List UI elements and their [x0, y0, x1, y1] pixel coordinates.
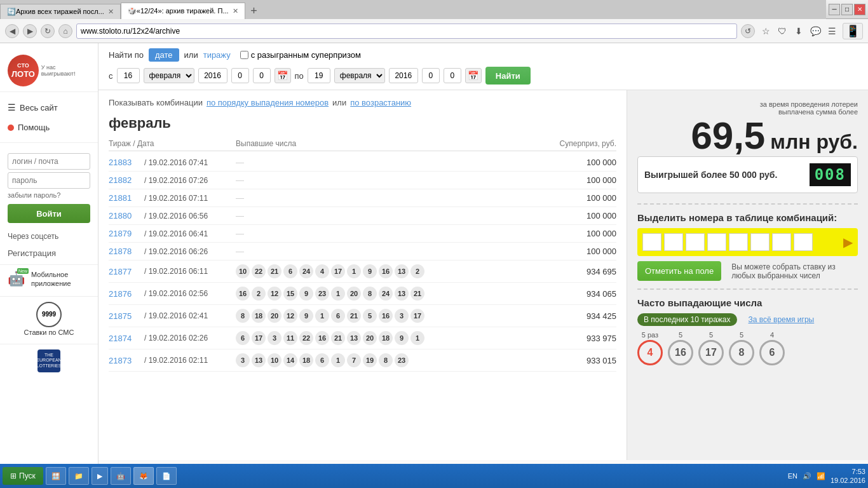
draw-id-link[interactable]: 21880 [109, 211, 140, 220]
tab-1[interactable]: 🔄 Архив всех тиражей посл... ✕ [0, 4, 121, 19]
frequent-title: Часто выпадающие числа [637, 297, 858, 308]
tab-2[interactable]: 🎲 «12/24»: архив тиражей. П... ✕ [121, 3, 245, 19]
draw-id-link[interactable]: 21874 [109, 334, 140, 343]
draw-id-link[interactable]: 21876 [109, 289, 140, 299]
forward-button[interactable]: ▶ [23, 24, 37, 38]
draw-no-numbers: — [236, 229, 244, 238]
mark-button[interactable]: Отметить на поле [637, 261, 721, 281]
draw-id-link[interactable]: 21875 [109, 311, 140, 321]
tab-1-close[interactable]: ✕ [108, 8, 114, 16]
from-year-input[interactable] [198, 68, 227, 83]
freq-num-item: 516 [668, 331, 693, 367]
minimize-button[interactable]: ─ [829, 4, 840, 15]
draw-id-link[interactable]: 21878 [109, 247, 140, 256]
ball: 9 [395, 331, 409, 345]
or-text-1: или [184, 50, 198, 60]
draw-link[interactable]: тиражу [203, 50, 235, 60]
highlight-arrow-icon[interactable]: ▶ [843, 234, 853, 250]
ball: 20 [268, 309, 281, 323]
login-form: забыли пароль? Войти [0, 148, 98, 228]
draw-id-link[interactable]: 21881 [109, 193, 140, 203]
to-month-select[interactable]: февраляянварямарта [334, 68, 385, 83]
highlight-input-2[interactable] [664, 233, 683, 251]
ball: 18 [252, 309, 266, 323]
address-input[interactable] [76, 24, 737, 39]
highlight-input-8[interactable] [794, 233, 813, 251]
logo-circle: СТО ЛОТО [8, 55, 39, 86]
ball: 2 [252, 287, 266, 301]
highlight-input-1[interactable] [642, 233, 661, 251]
from-day-input[interactable] [117, 68, 140, 83]
home-button[interactable]: ⌂ [58, 24, 72, 38]
new-tab-button[interactable]: + [245, 4, 263, 19]
draw-id-link[interactable]: 21883 [109, 158, 140, 167]
maximize-button[interactable]: □ [841, 4, 853, 15]
ball: 10 [236, 264, 250, 278]
password-input[interactable] [8, 172, 90, 189]
month-header: февраль [109, 115, 616, 132]
refresh-button[interactable]: ↻ [41, 24, 55, 38]
mark-description: Вы можете собрать ставку из любых выбран… [726, 262, 858, 280]
draw-no-numbers: — [236, 175, 244, 185]
back-button[interactable]: ◀ [5, 24, 19, 38]
download-icon[interactable]: ⬇ [792, 24, 806, 38]
login-button[interactable]: Войти [8, 204, 90, 223]
mobile-platform-icons: 🤖 New [8, 271, 26, 287]
table-row: 21882/ 19.02.2016 07:26—100 000 [109, 172, 616, 189]
help-label: Помощь [18, 123, 50, 132]
find-button[interactable]: Найти [485, 67, 531, 85]
draw-balls: 818201291621516317 [236, 309, 540, 323]
freq-count: 4 [759, 331, 785, 339]
draw-balls: — [236, 175, 540, 185]
sidebar-item-all-site[interactable]: ☰ Весь сайт [0, 97, 98, 118]
forgot-password-link[interactable]: забыли пароль? [8, 191, 90, 199]
sidebar-item-help[interactable]: Помощь [0, 118, 98, 137]
register-link[interactable]: Регистрация [0, 245, 98, 262]
from-calendar-icon[interactable]: 📅 [275, 68, 291, 83]
bookmark-icon[interactable]: ☆ [759, 24, 773, 38]
all-site-label: Весь сайт [20, 103, 58, 112]
sms-label: Ставки по СМС [8, 329, 90, 336]
login-input[interactable] [8, 153, 90, 170]
refresh-icon[interactable]: ↺ [741, 24, 755, 38]
close-button[interactable]: ✕ [854, 4, 865, 15]
mobile-icon[interactable]: 📱 [843, 23, 863, 39]
highlight-input-6[interactable] [750, 233, 770, 251]
draw-id-link[interactable]: 21882 [109, 175, 140, 185]
tab-1-icon: 🔄 [7, 8, 16, 16]
highlight-input-7[interactable] [772, 233, 791, 251]
draw-id-link[interactable]: 21877 [109, 267, 140, 276]
from-month-select[interactable]: февраляянварямарта [144, 68, 194, 83]
ball: 21 [410, 287, 424, 301]
to-min-input[interactable] [444, 68, 461, 83]
to-calendar-icon[interactable]: 📅 [465, 68, 482, 83]
chat-icon[interactable]: 💬 [808, 24, 822, 38]
frequent-section: Часто выпадающие числа В последних 10 ти… [637, 297, 858, 367]
from-min-input[interactable] [253, 68, 271, 83]
shield-icon[interactable]: 🛡 [775, 24, 789, 38]
tab-2-icon: 🎲 [128, 7, 137, 15]
to-day-input[interactable] [308, 68, 330, 83]
highlight-input-4[interactable] [707, 233, 726, 251]
to-hour-input[interactable] [422, 68, 440, 83]
draw-prize: 100 000 [540, 193, 616, 203]
to-year-input[interactable] [389, 68, 418, 83]
by-order-link[interactable]: по порядку выпадения номеров [207, 98, 329, 107]
draw-date: / 19.02.2016 06:11 [144, 267, 208, 276]
social-login-link[interactable]: Через соцсеть [0, 228, 98, 245]
ball: 14 [283, 353, 297, 367]
from-hour-input[interactable] [231, 68, 249, 83]
menu-icon[interactable]: ☰ [825, 24, 839, 38]
draw-id-link[interactable]: 21873 [109, 356, 140, 365]
tab-2-close[interactable]: ✕ [233, 7, 238, 15]
freq-tab-alltime[interactable]: За всё время игры [742, 313, 821, 326]
freq-tab-recent[interactable]: В последних 10 тиражах [637, 313, 737, 326]
draw-id-link[interactable]: 21879 [109, 229, 140, 238]
draw-balls: — [236, 193, 540, 203]
prize-unit-text: млн руб. [770, 130, 858, 154]
highlight-input-3[interactable] [686, 233, 705, 251]
superprise-checkbox[interactable] [240, 51, 248, 59]
highlight-input-5[interactable] [729, 233, 748, 251]
date-tab[interactable]: дате [149, 48, 179, 62]
by-asc-link[interactable]: по возрастанию [350, 98, 411, 107]
